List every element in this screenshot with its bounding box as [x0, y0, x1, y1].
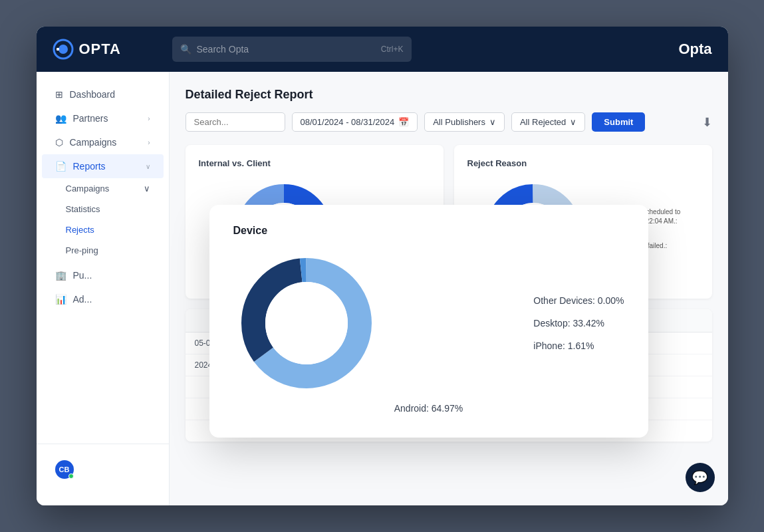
filters-row: 08/01/2024 - 08/31/2024 📅 All Publishers…	[186, 112, 712, 132]
chevron-right-icon: ›	[148, 115, 150, 122]
sidebar-item-label: Reports	[73, 161, 106, 172]
report-search-input[interactable]	[186, 112, 285, 132]
chevron-down-icon: ∨	[144, 184, 150, 194]
search-bar[interactable]: 🔍 Ctrl+K	[172, 37, 412, 62]
date-range-value: 08/01/2024 - 08/31/2024	[301, 117, 395, 127]
submit-button[interactable]: Submit	[592, 112, 645, 132]
calendar-icon: 📅	[398, 117, 409, 127]
ad-icon: 📊	[55, 294, 66, 305]
sidebar-sub-rejects[interactable]: Rejects	[42, 219, 164, 240]
sidebar-item-campaigns[interactable]: ⬡ Campaigns ›	[42, 130, 164, 154]
sidebar-item-publishers[interactable]: 🏢 Pu...	[42, 263, 164, 287]
chevron-down-icon: ∨	[146, 163, 150, 170]
publishers-icon: 🏢	[55, 270, 66, 281]
chevron-down-icon: ∨	[570, 117, 576, 127]
svg-rect-2	[57, 48, 59, 51]
statistics-label: Statistics	[66, 204, 100, 214]
keyboard-shortcut: Ctrl+K	[381, 45, 404, 54]
sidebar-item-label: Dashboard	[70, 89, 116, 100]
dashboard-icon: ⊞	[55, 89, 63, 100]
sidebar-item-partners[interactable]: 👥 Partners ›	[42, 106, 164, 130]
publishers-dropdown-label: All Publishers	[433, 117, 485, 127]
android-label: Android: 64.97%	[233, 403, 624, 414]
sidebar-bottom: CB	[37, 444, 169, 495]
avatar: CB	[55, 460, 74, 479]
svg-point-1	[59, 45, 68, 54]
navbar-app-name: Opta	[678, 41, 711, 58]
sidebar-item-label: Campaigns	[70, 137, 117, 148]
publishers-label: Pu...	[73, 270, 92, 281]
navbar: OPTA 🔍 Ctrl+K Opta	[37, 27, 728, 72]
chat-icon: 💬	[692, 469, 708, 485]
logo-icon	[53, 39, 74, 60]
content-area: Detailed Reject Report 08/01/2024 - 08/3…	[170, 72, 728, 505]
device-donut-svg	[233, 250, 380, 396]
campaigns-icon: ⬡	[55, 137, 63, 148]
download-icon[interactable]: ⬇	[702, 115, 712, 130]
device-labels: Other Devices: 0.00% Desktop: 33.42% iPh…	[533, 295, 624, 351]
publishers-dropdown[interactable]: All Publishers ∨	[424, 112, 505, 132]
sidebar-item-ad[interactable]: 📊 Ad...	[42, 287, 164, 311]
device-modal-title: Device	[233, 225, 624, 237]
search-input[interactable]	[197, 44, 376, 55]
device-modal: Device Other De	[209, 205, 648, 438]
sidebar-item-dashboard[interactable]: ⊞ Dashboard	[42, 82, 164, 106]
search-icon: 🔍	[180, 44, 191, 55]
campaigns-sub-label: Campaigns	[66, 184, 110, 194]
sidebar-sub-menu: Campaigns ∨ Statistics Rejects Pre-ping	[37, 178, 169, 261]
rejected-dropdown-label: All Rejected	[520, 117, 566, 127]
chevron-right-icon: ›	[148, 139, 150, 146]
chevron-down-icon: ∨	[489, 117, 496, 127]
svg-point-12	[265, 282, 348, 364]
other-devices-label: Other Devices: 0.00%	[533, 295, 624, 306]
ad-label: Ad...	[73, 294, 92, 305]
sidebar-item-label: Partners	[73, 113, 108, 124]
pre-ping-label: Pre-ping	[66, 245, 98, 255]
partners-icon: 👥	[55, 113, 66, 124]
chart-title: Reject Reason	[467, 158, 699, 168]
sidebar-sub-campaigns[interactable]: Campaigns ∨	[42, 178, 164, 199]
rejected-dropdown[interactable]: All Rejected ∨	[511, 112, 585, 132]
date-range-picker[interactable]: 08/01/2024 - 08/31/2024 📅	[292, 112, 418, 132]
device-chart-area: Other Devices: 0.00% Desktop: 33.42% iPh…	[233, 250, 624, 396]
iphone-label: iPhone: 1.61%	[533, 340, 624, 351]
main-layout: ⊞ Dashboard 👥 Partners › ⬡ Campaigns › 📄…	[37, 72, 728, 505]
sidebar-item-reports[interactable]: 📄 Reports ∨	[42, 154, 164, 178]
online-status-dot	[68, 473, 74, 479]
reports-icon: 📄	[55, 161, 66, 172]
app-window: OPTA 🔍 Ctrl+K Opta ⊞ Dashboard 👥 Partner…	[37, 27, 728, 505]
desktop-label: Desktop: 33.42%	[533, 318, 624, 329]
logo: OPTA	[53, 39, 172, 60]
page-title: Detailed Reject Report	[186, 88, 712, 102]
sidebar-sub-statistics[interactable]: Statistics	[42, 199, 164, 219]
rejects-label: Rejects	[66, 225, 94, 235]
user-profile[interactable]: CB	[47, 455, 158, 484]
chat-button[interactable]: 💬	[686, 463, 715, 492]
sidebar-sub-pre-ping[interactable]: Pre-ping	[42, 240, 164, 261]
sidebar: ⊞ Dashboard 👥 Partners › ⬡ Campaigns › 📄…	[37, 72, 170, 505]
chart-title: Internal vs. Client	[199, 158, 430, 168]
